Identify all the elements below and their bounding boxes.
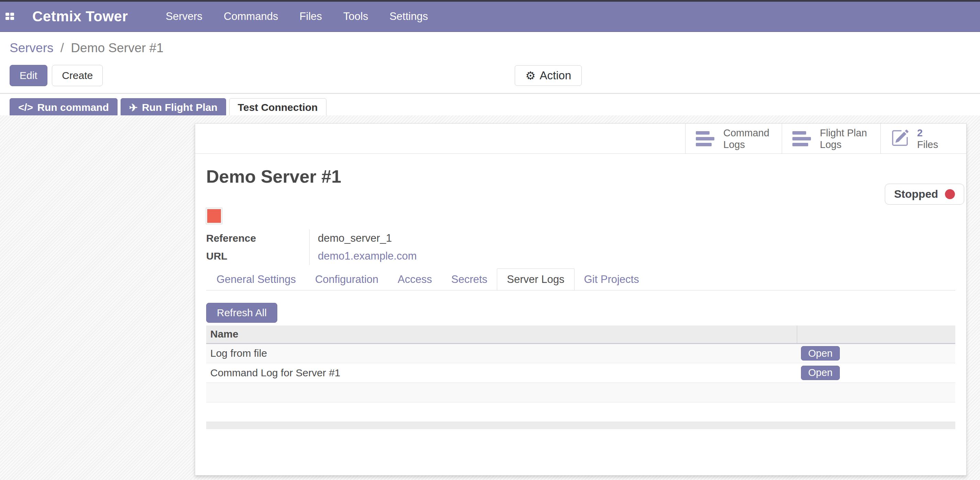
tab-general-settings[interactable]: General Settings [207, 268, 305, 290]
status-label: Stopped [894, 188, 938, 201]
url-field-label: URL [206, 247, 309, 265]
table-footer-row [206, 421, 955, 429]
name-column-header[interactable]: Name [206, 325, 797, 343]
app-brand[interactable]: Cetmix Tower [32, 8, 128, 25]
apps-grid-icon[interactable] [5, 13, 14, 20]
open-log-button[interactable]: Open [801, 366, 840, 380]
url-field-link[interactable]: demo1.example.com [309, 247, 955, 265]
nav-item-files[interactable]: Files [300, 10, 322, 23]
apps-grid-square [10, 17, 14, 20]
run-command-button[interactable]: </> Run command [10, 98, 118, 117]
page-title: Demo Server #1 [206, 166, 955, 187]
open-log-button[interactable]: Open [801, 346, 840, 361]
list-icon [792, 131, 811, 146]
log-action-cell: Open [797, 343, 955, 363]
empty-table-row [206, 402, 955, 421]
command-logs-stat-button[interactable]: Command Logs [685, 124, 782, 154]
log-name-cell[interactable]: Log from file [206, 343, 797, 363]
reference-field-value: demo_server_1 [309, 229, 955, 247]
server-form-sheet: Command Logs Flight Plan Logs [195, 123, 967, 475]
apps-grid-square [5, 13, 9, 16]
navbar-menu: Servers Commands Files Tools Settings [165, 10, 428, 23]
apps-grid-square [5, 17, 9, 20]
breadcrumb-current: Demo Server #1 [71, 41, 163, 55]
main-navbar: Cetmix Tower Servers Commands Files Tool… [0, 2, 980, 32]
tab-configuration[interactable]: Configuration [305, 268, 388, 290]
refresh-all-button[interactable]: Refresh All [206, 303, 277, 323]
server-logs-table: Name Log from file Open Command Log f [206, 325, 955, 429]
breadcrumb-separator: / [60, 41, 64, 55]
notebook-tabs: General Settings Configuration Access Se… [206, 268, 955, 290]
flight-plan-logs-stat-label: Flight Plan Logs [820, 127, 867, 150]
log-action-cell: Open [797, 363, 955, 382]
run-flight-plan-label: Run Flight Plan [142, 101, 218, 113]
table-row[interactable]: Command Log for Server #1 Open [206, 363, 955, 382]
tab-secrets[interactable]: Secrets [442, 268, 497, 290]
reference-field-label: Reference [206, 229, 309, 247]
action-dropdown-button[interactable]: ⚙ Action [515, 65, 582, 86]
form-background: Command Logs Flight Plan Logs [0, 116, 980, 480]
pencil-square-icon [891, 129, 909, 148]
breadcrumb: Servers / Demo Server #1 [0, 32, 980, 55]
nav-item-servers[interactable]: Servers [165, 10, 202, 23]
form-toolbar: Edit Create ⚙ Action [10, 65, 980, 86]
create-button[interactable]: Create [52, 65, 103, 86]
nav-item-settings[interactable]: Settings [389, 10, 428, 23]
page: Cetmix Tower Servers Commands Files Tool… [0, 0, 980, 480]
empty-table-row [206, 382, 955, 402]
files-count: 2 [917, 127, 938, 139]
command-logs-stat-label: Command Logs [723, 127, 769, 150]
gear-icon: ⚙ [525, 69, 536, 82]
server-actions-row: </> Run command ✈ Run Flight Plan Test C… [10, 98, 980, 117]
nav-item-commands[interactable]: Commands [224, 10, 278, 23]
tab-server-logs[interactable]: Server Logs [497, 268, 574, 290]
flight-plan-logs-stat-button[interactable]: Flight Plan Logs [782, 124, 880, 154]
files-stat-button[interactable]: 2 Files [880, 124, 966, 154]
edit-button[interactable]: Edit [10, 65, 48, 86]
code-icon: </> [18, 101, 33, 113]
table-row[interactable]: Log from file Open [206, 343, 955, 363]
sheet-body: Stopped Demo Server #1 Reference demo_se… [195, 166, 966, 429]
table-header-row: Name [206, 325, 955, 343]
breadcrumb-parent-link[interactable]: Servers [10, 41, 53, 55]
log-name-cell[interactable]: Command Log for Server #1 [206, 363, 797, 382]
status-dot-icon [945, 189, 955, 199]
run-flight-plan-button[interactable]: ✈ Run Flight Plan [121, 98, 226, 117]
stat-button-box: Command Logs Flight Plan Logs [195, 124, 966, 154]
action-column-header [797, 325, 955, 343]
apps-grid-square [10, 13, 14, 16]
run-command-label: Run command [37, 101, 108, 113]
toolbar-divider [0, 93, 980, 94]
status-badge[interactable]: Stopped [885, 184, 964, 204]
files-stat-label: 2 Files [917, 127, 938, 150]
tab-access[interactable]: Access [388, 268, 442, 290]
action-label: Action [540, 69, 571, 82]
test-connection-button[interactable]: Test Connection [229, 98, 326, 117]
tab-git-projects[interactable]: Git Projects [574, 268, 649, 290]
field-group: Reference demo_server_1 URL demo1.exampl… [206, 229, 955, 265]
server-color-tag[interactable] [206, 208, 222, 224]
plane-icon: ✈ [129, 101, 138, 114]
nav-item-tools[interactable]: Tools [343, 10, 368, 23]
list-icon [696, 131, 715, 146]
